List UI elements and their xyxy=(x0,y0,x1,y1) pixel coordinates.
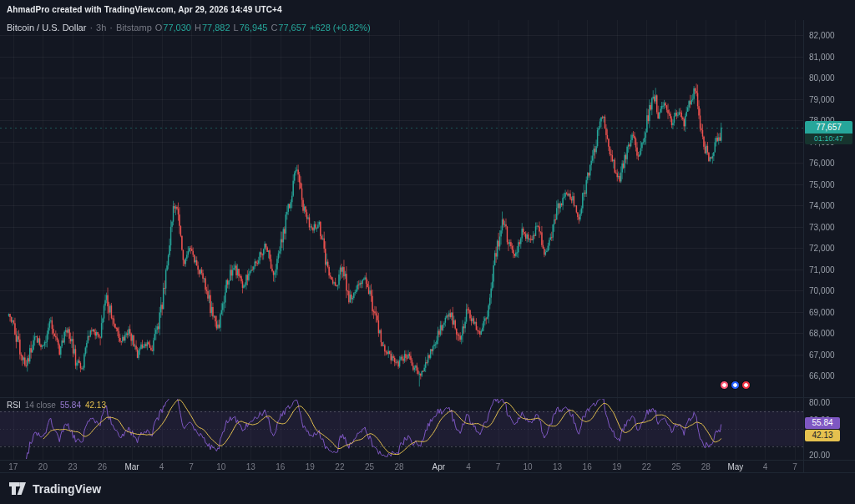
event-icon-pink[interactable] xyxy=(720,381,729,390)
time-axis-label: 7 xyxy=(189,462,194,471)
rsi-value-badge: 55.84 xyxy=(805,417,840,429)
time-axis-label: 13 xyxy=(246,462,255,471)
time-axis-label: 22 xyxy=(642,462,651,471)
time-axis-label: 4 xyxy=(159,462,164,471)
price-axis-label: 71,000 xyxy=(809,265,835,275)
time-axis-label: 22 xyxy=(335,462,344,471)
low-value: L 76,945 xyxy=(234,23,268,33)
price-axis-label: 68,000 xyxy=(809,329,835,338)
event-markers[interactable] xyxy=(718,381,751,390)
price-axis-label: 74,000 xyxy=(809,201,835,210)
last-price-badge: 77,657 01:10:47 xyxy=(805,121,852,144)
pane-separator-rsi[interactable] xyxy=(0,397,855,398)
rsi-title[interactable]: RSI xyxy=(7,401,21,410)
price-axis-label: 73,000 xyxy=(809,223,835,232)
time-axis-label: 17 xyxy=(8,462,18,471)
rsi-ma-value: 42.13 xyxy=(85,401,106,410)
rsi-legend[interactable]: RSI 14 close 55.84 42.13 xyxy=(7,401,106,410)
price-axis-label: 75,000 xyxy=(809,180,835,189)
tradingview-logo-icon[interactable] xyxy=(8,481,27,496)
time-axis-label: 20 xyxy=(38,462,48,471)
high-value: H 77,882 xyxy=(195,23,230,33)
symbol-legend[interactable]: Bitcoin / U.S. Dollar · 3h · Bitstamp O … xyxy=(7,23,371,33)
time-axis-label: 16 xyxy=(583,462,592,471)
time-axis-label: 4 xyxy=(763,462,768,471)
rsi-axis-label: 20.00 xyxy=(809,451,830,460)
time-axis-label: 10 xyxy=(523,462,532,471)
bottom-toolbar: TradingView xyxy=(0,473,855,504)
time-axis-label: 28 xyxy=(394,462,403,471)
time-axis-label: 16 xyxy=(276,462,285,471)
event-icon-blue[interactable] xyxy=(731,381,740,390)
tradingview-logo-text[interactable]: TradingView xyxy=(33,482,101,496)
open-value: O 77,030 xyxy=(155,23,191,33)
pane-separator-time-axis xyxy=(0,460,855,461)
price-axis-label: 81,000 xyxy=(809,53,835,62)
time-axis-label: 19 xyxy=(306,462,315,471)
price-axis-label: 66,000 xyxy=(809,371,835,381)
price-axis-label: 82,000 xyxy=(809,31,835,40)
time-axis-label: May xyxy=(727,462,743,471)
exchange-label: Bitstamp xyxy=(116,23,152,33)
time-axis-label: Apr xyxy=(433,462,446,471)
time-axis-label: 26 xyxy=(98,462,107,471)
time-axis-label: 23 xyxy=(68,462,77,471)
time-axis-label: 7 xyxy=(792,462,797,471)
price-axis-label: 69,000 xyxy=(809,308,835,317)
bar-countdown: 01:10:47 xyxy=(805,134,852,144)
time-axis-label: 10 xyxy=(216,462,225,471)
tradingview-chart-window: AhmadPro created with TradingView.com, A… xyxy=(0,0,855,504)
symbol-title[interactable]: Bitcoin / U.S. Dollar xyxy=(7,23,86,33)
rsi-axis-label: 80.00 xyxy=(809,398,830,407)
close-value: C 77,657 xyxy=(271,23,306,33)
attribution-text: AhmadPro created with TradingView.com, A… xyxy=(7,5,282,14)
price-axis-label: 70,000 xyxy=(809,286,835,295)
change-value: +628 (+0.82%) xyxy=(310,23,371,33)
price-axis-label: 67,000 xyxy=(809,350,835,360)
rsi-value: 55.84 xyxy=(60,401,81,410)
time-axis-label: 28 xyxy=(701,462,711,471)
time-axis-label: 25 xyxy=(671,462,680,471)
time-axis-label: Mar xyxy=(124,462,139,471)
price-axis-label: 72,000 xyxy=(809,244,835,253)
time-axis-label: 13 xyxy=(553,462,562,471)
last-price-value: 77,657 xyxy=(805,121,852,134)
time-axis[interactable]: 17202326Mar4710131619222528Apr4710131619… xyxy=(0,461,803,472)
interval-label[interactable]: 3h xyxy=(96,23,106,33)
time-axis-label: 19 xyxy=(612,462,621,471)
price-axis-label: 79,000 xyxy=(809,95,835,104)
price-axis-separator xyxy=(803,20,804,472)
time-axis-label: 4 xyxy=(466,462,471,471)
legend-separator: · xyxy=(89,23,93,33)
candlestick-chart-canvas[interactable] xyxy=(0,0,855,504)
price-axis-label: 76,000 xyxy=(809,159,835,168)
event-icon-red[interactable] xyxy=(741,381,751,390)
rsi-ma-badge: 42.13 xyxy=(805,430,840,441)
rsi-params: 14 close xyxy=(25,401,56,410)
time-axis-label: 25 xyxy=(365,462,374,471)
time-axis-label: 7 xyxy=(496,462,501,471)
price-axis-label: 80,000 xyxy=(809,73,835,83)
legend-separator: · xyxy=(109,23,113,33)
